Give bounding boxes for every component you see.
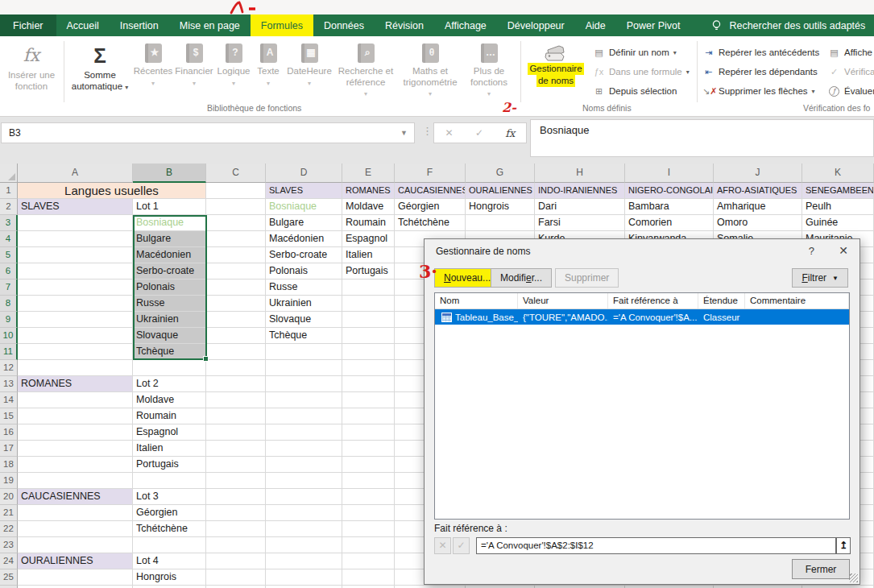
cell-C20[interactable] <box>206 489 266 505</box>
cell-J3[interactable]: Omoro <box>714 215 802 231</box>
cell-A13[interactable]: ROMANES <box>18 376 133 392</box>
row-header-13[interactable]: 13 <box>0 376 18 392</box>
column-header-C[interactable]: C <box>206 164 266 183</box>
cell-E4[interactable]: Espagnol <box>342 231 395 247</box>
tab-donnees[interactable]: Données <box>313 14 375 36</box>
cell-D17[interactable] <box>266 441 342 457</box>
row-header-23[interactable]: 23 <box>0 537 18 553</box>
column-header-I[interactable]: I <box>625 164 714 183</box>
math-trig-button[interactable]: θMaths ettrigonométrie▾ <box>396 43 464 100</box>
edit-name-button[interactable]: Modifier... <box>491 268 552 288</box>
cell-A9[interactable] <box>18 312 133 328</box>
cell-I2[interactable]: Bambara <box>625 199 714 215</box>
cell-B9[interactable]: Ukrainien <box>133 312 206 328</box>
verifica-button[interactable]: ✓Vérifica <box>828 64 874 80</box>
cell-A17[interactable] <box>18 441 133 457</box>
column-header-B[interactable]: B <box>133 164 206 183</box>
supprimer-les-fleches-button[interactable]: ↘✗Supprimer les flèches▾ <box>702 83 815 99</box>
evaluer-button[interactable]: ƒÉvaluer <box>828 83 874 99</box>
insert-function-button[interactable]: fx Insérer une fonction <box>3 42 60 92</box>
name-box[interactable]: B3 ▼ <box>1 122 415 143</box>
cell-D5[interactable]: Serbo-croate <box>266 247 342 263</box>
cell-A20[interactable]: CAUCASIENNES <box>18 489 133 505</box>
name-manager-button[interactable]: Gestionnaire de noms <box>524 42 588 87</box>
cell-E22[interactable] <box>342 521 395 537</box>
cell-D20[interactable] <box>266 489 342 505</box>
cell-A12[interactable] <box>18 360 133 376</box>
cell-A6[interactable] <box>18 263 133 280</box>
cell-B11[interactable]: Tchèque <box>133 344 206 360</box>
cell-B5[interactable]: Macédonien <box>133 247 206 263</box>
row-header-4[interactable]: 4 <box>0 231 18 247</box>
confirm-entry-icon[interactable]: ✓ <box>475 127 483 139</box>
depuis-selection-button[interactable]: ⊞Depuis sélection <box>593 83 677 99</box>
tab-revision[interactable]: Révision <box>375 14 434 36</box>
cell-A8[interactable] <box>18 296 133 312</box>
cell-D22[interactable] <box>266 521 342 537</box>
cell-D10[interactable]: Tchèque <box>266 328 342 344</box>
row-header-10[interactable]: 10 <box>0 328 18 344</box>
cell-C9[interactable] <box>206 312 266 328</box>
more-functions-button[interactable]: …Plus defonctions▾ <box>462 43 516 100</box>
cell-D18[interactable] <box>266 457 342 473</box>
cell-E5[interactable]: Italien <box>342 247 395 263</box>
cell-A23[interactable] <box>18 537 133 553</box>
cell-C2[interactable] <box>206 199 266 215</box>
row-header-1[interactable]: 1 <box>0 183 18 199</box>
cell-E6[interactable]: Portugais <box>342 263 395 280</box>
cell-E2[interactable]: Moldave <box>342 199 395 215</box>
cell-E20[interactable] <box>342 489 395 505</box>
cell-C8[interactable] <box>206 296 266 312</box>
reperer-les-dependants-button[interactable]: ⇤Repérer les dépendants <box>702 64 818 80</box>
cell-D21[interactable] <box>266 505 342 521</box>
financial-button[interactable]: $Financier▾ <box>174 43 214 89</box>
cell-B2[interactable]: Lot 1 <box>133 199 206 215</box>
row-header-6[interactable]: 6 <box>0 263 18 280</box>
cell-D23[interactable] <box>266 537 342 553</box>
cell-H1[interactable]: INDO-IRANIENNES <box>535 183 625 199</box>
cell-D11[interactable] <box>266 344 342 360</box>
cell-C6[interactable] <box>206 263 266 280</box>
row-header-22[interactable]: 22 <box>0 521 18 537</box>
row-header-18[interactable]: 18 <box>0 457 18 473</box>
column-header-K[interactable]: K <box>802 164 874 183</box>
cell-C12[interactable] <box>206 360 266 376</box>
row-header-21[interactable]: 21 <box>0 505 18 521</box>
cell-G3[interactable] <box>466 215 535 231</box>
cell-E15[interactable] <box>342 408 395 424</box>
tab-accueil[interactable]: Accueil <box>56 14 110 36</box>
cell-D13[interactable] <box>266 376 342 392</box>
cell-D12[interactable] <box>266 360 342 376</box>
tab-power-pivot[interactable]: Power Pivot <box>616 14 691 36</box>
lookup-reference-button[interactable]: ⌕Recherche etréférence▾ <box>335 43 396 100</box>
cell-E14[interactable] <box>342 392 395 408</box>
cell-B12[interactable] <box>133 360 206 376</box>
cell-B18[interactable]: Portugais <box>133 457 206 473</box>
cell-B25[interactable]: Hongrois <box>133 569 206 586</box>
cell-D24[interactable] <box>266 553 342 569</box>
cell-E3[interactable]: Roumain <box>342 215 395 231</box>
cancel-entry-icon[interactable]: ✕ <box>445 127 454 139</box>
cell-K3[interactable]: Guinée <box>802 215 874 231</box>
cell-E24[interactable] <box>342 553 395 569</box>
cell-C21[interactable] <box>206 505 266 521</box>
row-header-2[interactable]: 2 <box>0 199 18 215</box>
cell-B6[interactable]: Serbo-croate <box>133 263 206 280</box>
column-header-J[interactable]: J <box>714 164 802 183</box>
cell-E1[interactable]: ROMANES <box>342 183 395 199</box>
filter-button[interactable]: Filtrer ▼ <box>792 268 848 288</box>
help-icon[interactable]: ? <box>809 245 814 257</box>
definir-un-nom-button[interactable]: ▤Définir un nom▾ <box>593 44 677 60</box>
date-time-button[interactable]: ▦DateHeure▾ <box>284 43 335 89</box>
cell-D2[interactable]: Bosniaque <box>266 199 342 215</box>
cell-C11[interactable] <box>206 344 266 360</box>
cell-F3[interactable]: Tchétchène <box>395 215 466 231</box>
column-header-D[interactable]: D <box>266 164 342 183</box>
cell-C22[interactable] <box>206 521 266 537</box>
cell-C10[interactable] <box>206 328 266 344</box>
list-header-valeur[interactable]: Valeur <box>518 293 608 308</box>
row-header-7[interactable]: 7 <box>0 280 18 296</box>
row-header-14[interactable]: 14 <box>0 392 18 408</box>
cell-J1[interactable]: AFRO-ASIATIQUES <box>714 183 802 199</box>
column-header-F[interactable]: F <box>395 164 466 183</box>
